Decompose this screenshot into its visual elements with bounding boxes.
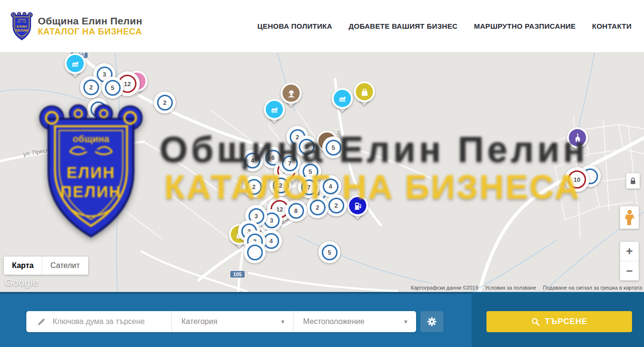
svg-text:ЕЛИН: ЕЛИН	[17, 24, 27, 28]
report-error-link[interactable]: Подаване на сигнал за грешка в картата	[543, 285, 642, 291]
category-pin-factory[interactable]	[65, 53, 86, 79]
cluster-marker[interactable]: 2	[80, 76, 102, 98]
lock-icon	[630, 177, 636, 185]
cluster-marker[interactable]: 2	[154, 91, 176, 113]
cluster-marker[interactable]: 5	[322, 136, 344, 158]
nav-item-pricing[interactable]: ЦЕНОВА ПОЛИТИКА	[258, 22, 332, 30]
category-select-label: Категория	[181, 317, 217, 326]
chevron-down-icon: ▼	[403, 319, 408, 325]
nav-item-add-business[interactable]: ДОБАВЕТЕ ВАШИЯТ БИЗНЕС	[349, 22, 458, 30]
svg-text:община: община	[18, 18, 26, 20]
road-badge: 105	[230, 271, 245, 278]
cluster-marker[interactable]: 7	[298, 176, 320, 198]
cluster-marker[interactable]: 7	[279, 152, 301, 174]
cluster-marker[interactable]: 2	[306, 196, 328, 218]
site-subtitle: КАТАЛОГ НА БИЗНЕСА	[38, 27, 142, 37]
map-canvas[interactable]: 6002105ул. Преславбул. „Новоселции“12325…	[0, 53, 644, 292]
keyword-search-input[interactable]	[53, 317, 163, 326]
category-pin-bag[interactable]	[354, 81, 375, 107]
main-nav: ЦЕНОВА ПОЛИТИКА ДОБАВЕТЕ ВАШИЯТ БИЗНЕС М…	[258, 22, 632, 30]
cluster-marker[interactable]	[244, 241, 266, 263]
brand[interactable]: община ЕЛИН ПЕЛИН Община Елин Пелин КАТА…	[11, 11, 142, 41]
municipal-crest-logo: община ЕЛИН ПЕЛИН	[11, 11, 33, 41]
cluster-marker[interactable]	[87, 98, 109, 120]
cluster-marker[interactable]: 5	[102, 77, 124, 99]
category-pin-factory[interactable]	[332, 88, 353, 114]
chevron-down-icon: ▼	[280, 319, 285, 325]
attribution-copyright: Картографски данни ©2019	[411, 285, 478, 291]
google-logo[interactable]: Google	[5, 277, 39, 288]
advanced-search-button[interactable]	[420, 311, 443, 332]
category-select[interactable]: Категория ▼	[171, 311, 293, 332]
search-icon	[531, 317, 540, 326]
cluster-marker[interactable]: 2	[243, 176, 265, 198]
cluster-marker[interactable]: 2	[325, 194, 347, 216]
location-select-label: Местоположение	[303, 317, 364, 326]
gear-icon	[427, 316, 437, 327]
satellite-view-button[interactable]: Сателит	[42, 257, 88, 275]
zoom-out-button[interactable]: −	[620, 261, 639, 280]
category-pin-fuel[interactable]	[347, 195, 368, 221]
zoom-in-button[interactable]: +	[620, 242, 639, 261]
cluster-marker[interactable]: 4	[241, 149, 263, 171]
pencil-icon	[37, 317, 46, 326]
cluster-marker[interactable]: 5	[318, 241, 340, 263]
search-button-label: ТЪРСЕНЕ	[545, 317, 588, 326]
category-pin-worker[interactable]	[281, 83, 302, 109]
pegman-icon	[624, 210, 635, 226]
cluster-marker[interactable]: 2	[270, 174, 292, 196]
cluster-marker[interactable]: 3	[295, 135, 317, 157]
search-field-group: Категория ▼ Местоположение ▼	[26, 311, 416, 332]
zoom-control: + −	[620, 242, 639, 280]
location-select[interactable]: Местоположение ▼	[293, 311, 416, 332]
search-button[interactable]: ТЪРСЕНЕ	[486, 311, 632, 332]
map-attribution: Картографски данни ©2019 Условия за полз…	[411, 285, 642, 291]
site-title: Община Елин Пелин	[38, 15, 142, 27]
street-view-pegman[interactable]	[620, 206, 639, 229]
map-view-button[interactable]: Карта	[4, 257, 42, 275]
cluster-marker[interactable]: 4	[319, 175, 341, 197]
search-bar: Категория ▼ Местоположение ▼	[0, 292, 644, 347]
lock-button[interactable]	[626, 173, 640, 189]
nav-item-bus-schedule[interactable]: МАРШРУТНО РАЗПИСАНИЕ	[474, 22, 576, 30]
svg-text:ПЕЛИН: ПЕЛИН	[15, 29, 28, 32]
cluster-marker[interactable]: 10	[565, 167, 589, 192]
cluster-marker[interactable]: 8	[285, 200, 307, 222]
map-type-control: Карта Сателит	[4, 257, 88, 275]
category-pin-church[interactable]	[567, 127, 588, 153]
header: община ЕЛИН ПЕЛИН Община Елин Пелин КАТА…	[0, 0, 644, 53]
terms-link[interactable]: Условия за ползване	[485, 285, 536, 291]
nav-item-contacts[interactable]: КОНТАКТИ	[592, 22, 632, 30]
